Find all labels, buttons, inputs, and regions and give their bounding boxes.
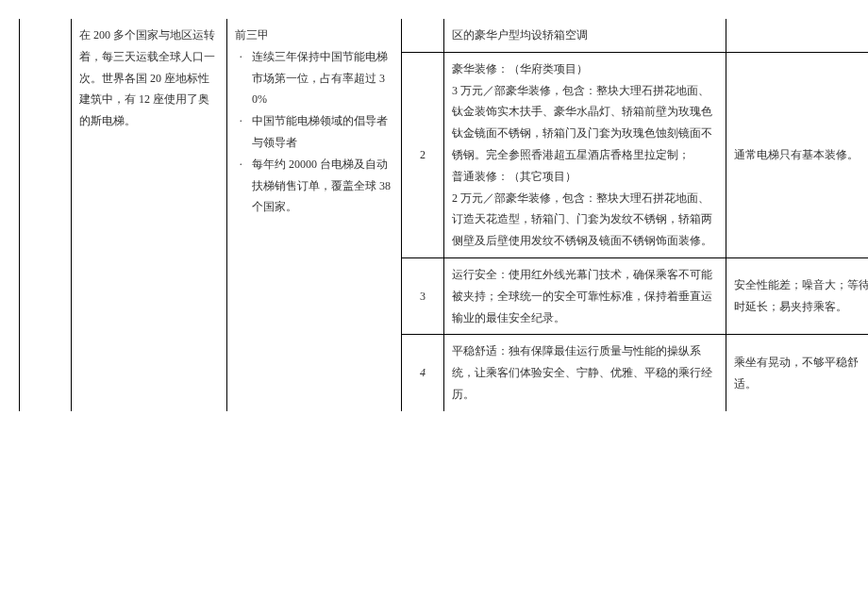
- cell-num: 3: [402, 257, 444, 334]
- main-table: 在 200 多个国家与地区运转着，每三天运载全球人口一次。世界各国 20 座地标…: [19, 19, 868, 411]
- table-row: 在 200 多个国家与地区运转着，每三天运载全球人口一次。世界各国 20 座地标…: [20, 19, 869, 52]
- cell-left-desc: 在 200 多个国家与地区运转着，每三天运载全球人口一次。世界各国 20 座地标…: [72, 19, 227, 411]
- bullet-item: 连续三年保持中国节能电梯市场第一位，占有率超过 30%: [235, 46, 393, 110]
- cell-num: 4: [402, 335, 444, 411]
- bullet-item: 中国节能电梯领域的倡导者与领导者: [235, 110, 393, 154]
- cell-feature: 区的豪华户型均设轿箱空调: [444, 19, 726, 52]
- cell-note: 通常电梯只有基本装修。: [726, 52, 869, 257]
- cell-num: [402, 19, 444, 52]
- cell-note: 安全性能差；噪音大；等待时延长；易夹持乘客。: [726, 257, 869, 334]
- cell-feature: 平稳舒适：独有保障最佳运行质量与性能的操纵系统，让乘客们体验安全、宁静、优雅、平…: [444, 335, 726, 411]
- cell-num: 2: [402, 52, 444, 257]
- bullets-intro: 前三甲: [235, 28, 269, 41]
- cell-note: 乘坐有晃动，不够平稳舒适。: [726, 335, 869, 411]
- bullet-item: 每年约 20000 台电梯及自动扶梯销售订单，覆盖全球 38 个国家。: [235, 154, 393, 218]
- cell-blank-left: [20, 19, 72, 411]
- cell-feature: 运行安全：使用红外线光幕门技术，确保乘客不可能被夹持；全球统一的安全可靠性标准，…: [444, 257, 726, 334]
- document-page: 在 200 多个国家与地区运转着，每三天运载全球人口一次。世界各国 20 座地标…: [19, 19, 849, 411]
- cell-left-bullets: 前三甲 连续三年保持中国节能电梯市场第一位，占有率超过 30% 中国节能电梯领域…: [227, 19, 402, 411]
- cell-note: [726, 19, 869, 52]
- cell-feature: 豪华装修：（华府类项目）3 万元／部豪华装修，包含：整块大理石拼花地面、钛金装饰…: [444, 52, 726, 257]
